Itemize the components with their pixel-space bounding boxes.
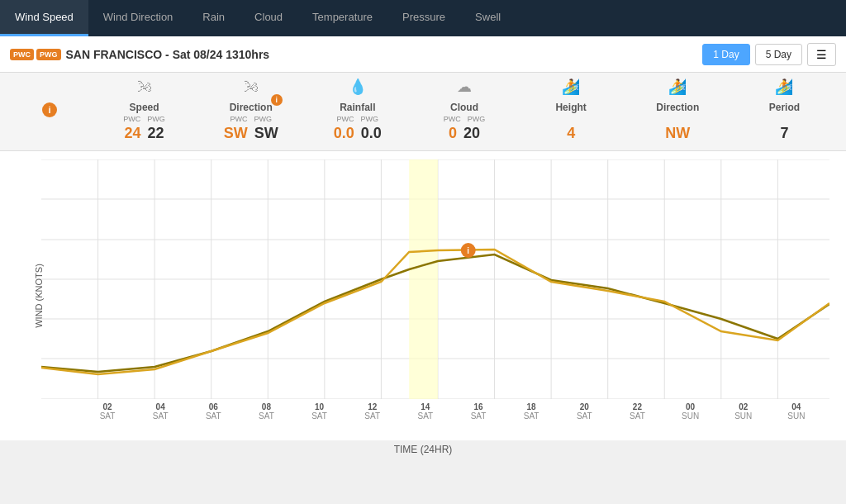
wave-period-icon: 🏄	[731, 78, 838, 96]
wind-icon: 🌬	[91, 78, 197, 96]
info-icon[interactable]: i	[42, 102, 57, 117]
wave-icon: 🏄	[518, 78, 625, 96]
direction-column: Direction i PWC PWG SW SW	[197, 96, 304, 145]
time-label: 14SAT	[401, 402, 450, 421]
swell-direction-value: NW	[665, 125, 690, 142]
icons-row: 🌬 🌬 💧 ☁ 🏄 🏄 🏄	[0, 76, 846, 96]
tab-wind-direction[interactable]: Wind Direction	[88, 0, 188, 36]
time-label: 08SAT	[241, 402, 291, 421]
rainfall-pwc-label: PWC	[337, 115, 354, 123]
tab-pressure[interactable]: Pressure	[387, 0, 460, 36]
direction-info-dot[interactable]: i	[271, 94, 283, 106]
info-section: 🌬 🌬 💧 ☁ 🏄 🏄 🏄 i Speed PWC PWG 24	[0, 73, 846, 151]
dir-pwg-value: SW	[254, 125, 278, 142]
cloud-pwc-value: 0	[449, 125, 457, 142]
tab-temperature[interactable]: Temperature	[297, 0, 387, 36]
time-label: 04SUN	[772, 402, 821, 421]
tab-cloud[interactable]: Cloud	[240, 0, 297, 36]
swell-height-column: Height - 4	[518, 96, 625, 145]
pwc-badge: PWC	[10, 49, 34, 60]
x-axis-label: TIME (24HR)	[0, 440, 846, 459]
rainfall-pwg-value: 0.0	[361, 125, 382, 142]
time-label: 12SAT	[348, 402, 397, 421]
time-label: 04SAT	[135, 402, 185, 421]
svg-rect-20	[409, 159, 438, 399]
speed-pwc-label: PWC	[123, 115, 140, 123]
cloud-pwc-label: PWC	[444, 115, 461, 123]
tab-wind-speed[interactable]: Wind Speed	[0, 0, 88, 36]
chart-container: WIND (KNOTS)	[0, 151, 846, 440]
data-row: i Speed PWC PWG 24 22 Directio	[0, 96, 846, 149]
top-navigation: Wind Speed Wind Direction Rain Cloud Tem…	[0, 0, 846, 36]
rainfall-header: Rainfall	[340, 102, 375, 113]
swell-height-header: Height	[555, 102, 586, 113]
menu-button[interactable]: ☰	[807, 43, 836, 66]
speed-column: Speed PWC PWG 24 22	[91, 96, 197, 145]
time-label: 02SUN	[719, 402, 768, 421]
swell-period-column: Period - 7	[731, 96, 838, 145]
swell-period-header: Period	[769, 102, 800, 113]
swell-height-value: 4	[567, 125, 575, 142]
cloud-header: Cloud	[450, 102, 478, 113]
data-columns: Speed PWC PWG 24 22 Direction i PWC	[91, 96, 838, 145]
svg-text:i: i	[467, 246, 469, 255]
time-label: 18SAT	[506, 402, 556, 421]
cloud-pwg-label: PWG	[468, 115, 486, 123]
wind-dir-icon: 🌬	[197, 78, 304, 96]
dir-pwc-label: PWC	[230, 115, 247, 123]
header-controls: 1 Day 5 Day ☰	[702, 43, 836, 66]
info-sidebar: i	[8, 96, 91, 117]
time-label: 06SAT	[188, 402, 238, 421]
rain-icon: 💧	[304, 78, 411, 96]
cloud-column: Cloud PWC PWG 0 20	[411, 96, 517, 145]
swell-period-value: 7	[780, 125, 788, 142]
speed-header: Speed	[130, 102, 159, 113]
rainfall-pwc-value: 0.0	[334, 125, 354, 142]
time-label: 02SAT	[83, 402, 132, 421]
swell-direction-header: Direction	[656, 102, 699, 113]
location-text: SAN FRANCISCO - Sat 08/24 1310hrs	[66, 48, 270, 61]
time-labels: 02SAT04SAT06SAT08SAT10SAT12SAT14SAT16SAT…	[83, 402, 821, 421]
time-label: 00SUN	[666, 402, 715, 421]
pwg-badge: PWG	[36, 49, 61, 60]
speed-pwg-value: 22	[148, 125, 164, 142]
time-label: 10SAT	[295, 402, 345, 421]
direction-header: Direction	[230, 102, 273, 113]
rainfall-pwg-label: PWG	[361, 115, 379, 123]
dir-pwc-value: SW	[224, 125, 248, 142]
cloud-pwg-value: 20	[463, 125, 480, 142]
speed-pwg-label: PWG	[147, 115, 165, 123]
speed-pwc-value: 24	[125, 125, 141, 142]
time-label: 16SAT	[454, 402, 503, 421]
tab-swell[interactable]: Swell	[460, 0, 516, 36]
chart-svg: 0 5 10 15 20 25 30 i	[41, 159, 829, 399]
header-bar: PWC PWG SAN FRANCISCO - Sat 08/24 1310hr…	[0, 36, 846, 73]
wave-dir-icon: 🏄	[625, 78, 731, 96]
tab-rain[interactable]: Rain	[188, 0, 240, 36]
cloud-icon: ☁	[411, 78, 517, 96]
dir-pwg-label: PWG	[254, 115, 272, 123]
time-label: 22SAT	[612, 402, 662, 421]
one-day-button[interactable]: 1 Day	[702, 44, 749, 65]
swell-direction-column: Direction - NW	[625, 96, 731, 145]
time-label: 20SAT	[559, 402, 609, 421]
five-day-button[interactable]: 5 Day	[755, 44, 802, 65]
chart-inner: 0 5 10 15 20 25 30 i 02SAT04SAT06SAT08SA…	[41, 159, 829, 432]
rainfall-column: Rainfall PWC PWG 0.0 0.0	[304, 96, 411, 145]
